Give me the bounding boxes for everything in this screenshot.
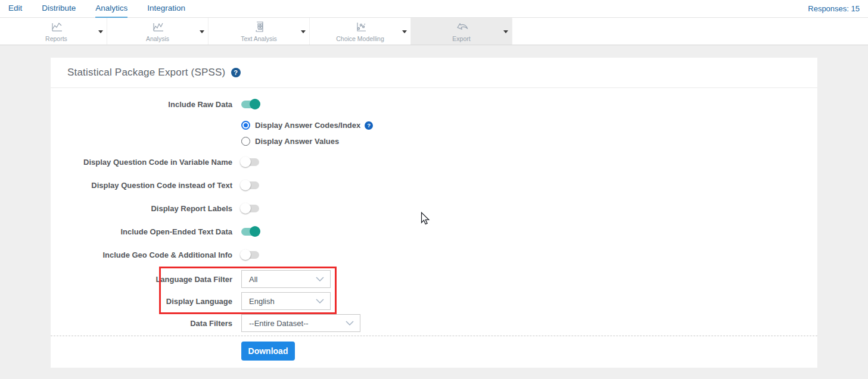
tab-integration[interactable]: Integration bbox=[147, 0, 185, 18]
toolbar-item-label: Export bbox=[452, 35, 470, 42]
toggle-knob bbox=[240, 156, 251, 167]
field-label: Display Question Code instead of Text bbox=[51, 181, 232, 190]
answer-display-radio-group: Display Answer Codes/Index ? Display Ans… bbox=[241, 117, 817, 149]
analysis-dropdown-caret-icon[interactable] bbox=[200, 30, 204, 33]
download-row: Download bbox=[241, 342, 817, 361]
radio-label: Display Answer Values bbox=[255, 137, 339, 146]
panel-body: Include Raw Data Display Answer Codes/In… bbox=[51, 88, 817, 361]
radio-label: Display Answer Codes/Index bbox=[255, 121, 360, 130]
toolbar-item-choice-modelling[interactable]: Choice Modelling bbox=[310, 18, 411, 45]
toolbar-item-text-analysis[interactable]: Text Analysis bbox=[209, 18, 310, 45]
toggle-knob bbox=[240, 180, 251, 190]
field-label: Display Report Labels bbox=[51, 204, 232, 213]
reports-dropdown-caret-icon[interactable] bbox=[98, 30, 103, 33]
radio-option: Display Answer Values bbox=[241, 133, 817, 149]
help-icon[interactable]: ? bbox=[365, 121, 373, 130]
form-row: Include Open-Ended Text Data bbox=[51, 223, 817, 240]
form-row: Display Question Code in Variable Name bbox=[51, 153, 817, 171]
language-data-filter-select[interactable]: All bbox=[241, 270, 331, 288]
toggle-knob bbox=[240, 249, 251, 260]
display-report-labels-toggle[interactable] bbox=[241, 205, 259, 212]
toolbar-item-export[interactable]: Export bbox=[411, 18, 512, 45]
select-value: All bbox=[249, 275, 316, 284]
help-icon[interactable]: ? bbox=[231, 68, 241, 77]
form-row: Data Filters --Entire Dataset-- bbox=[51, 314, 817, 332]
toolbar-item-reports[interactable]: Reports bbox=[6, 18, 107, 45]
form-row: Include Geo Code & Additional Info bbox=[51, 246, 817, 264]
include-raw-data-toggle[interactable] bbox=[241, 101, 259, 108]
export-arrow-icon bbox=[455, 20, 468, 33]
field-label: Language Data Filter bbox=[51, 275, 232, 284]
toggle-knob bbox=[240, 203, 251, 214]
toggle-knob bbox=[250, 226, 260, 237]
page-title: Statistical Package Export (SPSS) bbox=[67, 67, 226, 79]
toolbar-item-label: Text Analysis bbox=[241, 35, 277, 42]
toggle-knob bbox=[250, 99, 260, 109]
tab-analytics[interactable]: Analytics bbox=[95, 0, 127, 18]
responses-count[interactable]: Responses: 15 bbox=[808, 4, 860, 13]
select-value: --Entire Dataset-- bbox=[249, 319, 346, 328]
analysis-line-chart-icon bbox=[151, 20, 164, 33]
form-row: Display Question Code instead of Text bbox=[51, 176, 817, 194]
field-label: Display Question Code in Variable Name bbox=[51, 158, 232, 167]
main-content: Statistical Package Export (SPSS) ? Incl… bbox=[0, 45, 868, 368]
form-row: Include Raw Data bbox=[51, 95, 817, 113]
field-label: Data Filters bbox=[51, 319, 232, 328]
field-label: Include Open-Ended Text Data bbox=[51, 227, 232, 236]
field-label: Include Raw Data bbox=[51, 100, 232, 109]
analytics-toolbar: Reports Analysis Text Analysis Choice Mo… bbox=[0, 18, 868, 45]
chevron-down-icon bbox=[346, 321, 354, 325]
panel-header: Statistical Package Export (SPSS) ? bbox=[51, 58, 817, 88]
form-row: Display Language English bbox=[51, 292, 817, 310]
text-analysis-dropdown-caret-icon[interactable] bbox=[301, 30, 306, 33]
export-dropdown-caret-icon[interactable] bbox=[503, 30, 508, 33]
reports-line-chart-icon bbox=[50, 20, 63, 33]
display-question-code-instead-of-text-toggle[interactable] bbox=[241, 181, 259, 189]
display-question-code-in-variable-name-toggle[interactable] bbox=[241, 158, 259, 166]
tab-distribute[interactable]: Distribute bbox=[42, 0, 76, 18]
field-label: Display Language bbox=[51, 297, 232, 306]
display-language-select[interactable]: English bbox=[241, 292, 331, 310]
toolbar-item-label: Choice Modelling bbox=[336, 35, 384, 42]
chevron-down-icon bbox=[316, 299, 324, 303]
form-row: Display Report Labels bbox=[51, 199, 817, 217]
radio-option: Display Answer Codes/Index ? bbox=[241, 117, 817, 133]
toolbar-item-label: Analysis bbox=[146, 35, 169, 42]
choice-modelling-chart-icon bbox=[354, 20, 367, 33]
chevron-down-icon bbox=[316, 277, 324, 281]
top-nav: Edit Distribute Analytics Integration Re… bbox=[0, 0, 868, 18]
toolbar-item-analysis[interactable]: Analysis bbox=[107, 18, 209, 45]
choice-modelling-dropdown-caret-icon[interactable] bbox=[402, 30, 407, 33]
select-value: English bbox=[249, 297, 316, 306]
divider bbox=[51, 336, 817, 336]
top-nav-tabs: Edit Distribute Analytics Integration bbox=[8, 0, 185, 18]
radio-display-answer-values[interactable] bbox=[241, 137, 250, 146]
data-filters-select[interactable]: --Entire Dataset-- bbox=[241, 314, 360, 332]
include-open-ended-text-data-toggle[interactable] bbox=[241, 228, 259, 236]
field-label: Include Geo Code & Additional Info bbox=[51, 250, 232, 259]
include-geo-code-additional-info-toggle[interactable] bbox=[241, 251, 259, 259]
form-row: Language Data Filter All bbox=[51, 270, 817, 288]
toolbar-item-label: Reports bbox=[45, 35, 67, 42]
spss-export-panel: Statistical Package Export (SPSS) ? Incl… bbox=[51, 58, 817, 368]
download-button[interactable]: Download bbox=[241, 342, 295, 361]
text-analysis-document-icon bbox=[253, 20, 266, 33]
radio-display-answer-codes[interactable] bbox=[241, 121, 250, 130]
tab-edit[interactable]: Edit bbox=[8, 0, 22, 18]
